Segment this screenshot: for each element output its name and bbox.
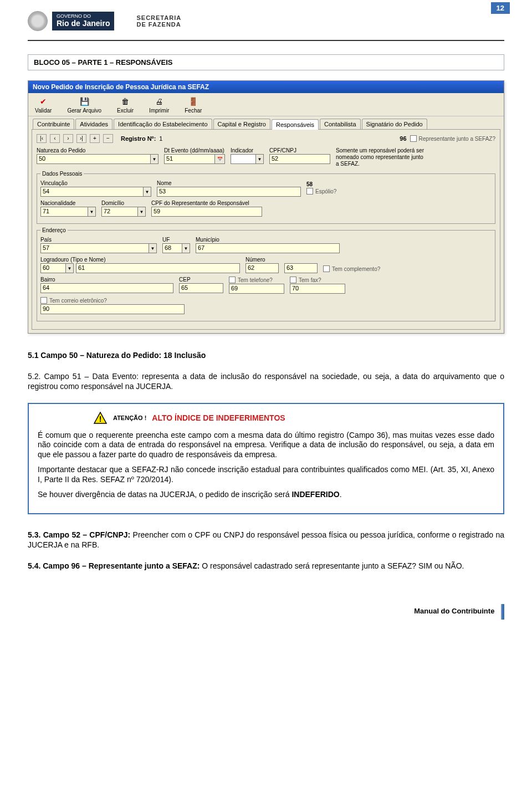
dropdown-icon[interactable]: ▼ — [88, 207, 96, 217]
rep-96-num: 96 — [400, 135, 406, 142]
gov-line2: Rio de Janeiro — [57, 19, 110, 28]
checkbox-icon — [306, 188, 313, 195]
svg-text:!: ! — [99, 415, 102, 423]
imprimir-button[interactable]: 🖨Imprimir — [149, 96, 169, 114]
tab-identificacao[interactable]: Identificação do Estabelecimento — [114, 119, 212, 129]
fax-input[interactable]: 70 — [290, 284, 345, 294]
dtevento-input[interactable]: 51 — [164, 154, 215, 164]
complemento-input[interactable]: 63 — [284, 263, 318, 273]
tem-complemento-label: Tem complemento? — [332, 266, 380, 272]
cpfrep-input[interactable]: 59 — [151, 207, 262, 217]
tab-contabilista[interactable]: Contabilista — [320, 119, 360, 129]
alert-p3: Se houver divergência de datas na JUCERJ… — [38, 490, 494, 500]
domicilio-label: Domicílio — [101, 200, 146, 206]
tem-correio-label: Tem correio eletrônico? — [49, 298, 107, 304]
dropdown-icon[interactable]: ▼ — [138, 207, 146, 217]
dropdown-icon[interactable]: ▼ — [66, 263, 74, 273]
gov-logo: GOVERNO DO Rio de Janeiro — [28, 11, 114, 31]
tab-contribuinte[interactable]: Contribuinte — [33, 119, 74, 129]
validar-label: Validar — [35, 108, 52, 114]
para-52: 5.2. Campo 51 – Data Evento: representa … — [28, 371, 504, 391]
tem-fax-checkbox[interactable]: Tem fax? — [290, 277, 345, 283]
checkbox-icon — [323, 265, 330, 272]
header-divider — [28, 40, 504, 41]
numero-label: Número — [245, 257, 279, 263]
tab-capital[interactable]: Capital e Registro — [213, 119, 270, 129]
bairro-input[interactable]: 64 — [40, 283, 173, 293]
nav-del[interactable]: − — [103, 134, 113, 143]
nacionalidade-input[interactable]: 71 — [40, 207, 88, 217]
fechar-label: Fechar — [185, 108, 202, 114]
gerar-label: Gerar Arquivo — [67, 108, 101, 114]
rep-sefaz-label: Representante junto a SEFAZ? — [419, 136, 495, 142]
tem-correio-checkbox[interactable]: Tem correio eletrônico? — [40, 297, 185, 304]
telefone-input[interactable]: 69 — [229, 284, 284, 294]
calendar-icon[interactable]: 📅 — [215, 154, 225, 164]
espolio-checkbox[interactable]: Espólio? — [306, 188, 336, 195]
nav-prev[interactable]: ‹ — [50, 134, 60, 143]
nome-input[interactable]: 53 — [157, 187, 301, 197]
indicador-input[interactable] — [231, 154, 256, 164]
form-area: |‹ ‹ › ›| + − Registro Nº: 1 96 Represen… — [32, 129, 500, 330]
cep-input[interactable]: 65 — [179, 283, 223, 293]
cpfrep-label: CPF do Representante do Responsável — [151, 200, 262, 206]
validar-button[interactable]: ✔Validar — [35, 96, 52, 114]
tem-fax-label: Tem fax? — [299, 277, 321, 283]
gov-text: GOVERNO DO Rio de Janeiro — [52, 12, 114, 30]
tem-telefone-label: Tem telefone? — [238, 277, 273, 283]
numero-input[interactable]: 62 — [245, 263, 279, 273]
nav-last[interactable]: ›| — [76, 134, 86, 143]
espolio-label: Espólio? — [315, 188, 336, 195]
lograd-nome-input[interactable]: 61 — [76, 263, 240, 273]
check-icon: ✔ — [38, 96, 48, 106]
nav-next[interactable]: › — [63, 134, 73, 143]
dropdown-icon[interactable]: ▼ — [149, 243, 157, 253]
tabs: Contribuinte Atividades Identificação do… — [28, 116, 504, 129]
tem-telefone-checkbox[interactable]: Tem telefone? — [229, 277, 284, 283]
page-number: 12 — [491, 2, 510, 14]
domicilio-input[interactable]: 72 — [101, 207, 138, 217]
natureza-input[interactable]: 50 — [37, 154, 151, 164]
lograd-tipo-input[interactable]: 60 — [40, 263, 66, 273]
endereco-fieldset: Endereço País 57▼ UF 68▼ Município 67 Lo… — [37, 227, 495, 321]
tab-responsaveis[interactable]: Responsáveis — [272, 119, 319, 130]
section-title: BLOCO 05 – PARTE 1 – RESPONSÁVEIS — [28, 54, 504, 70]
pais-input[interactable]: 57 — [40, 243, 149, 253]
espolio-num: 58 — [306, 181, 336, 187]
cep-label: CEP — [179, 277, 223, 283]
dropdown-icon[interactable]: ▼ — [151, 154, 158, 164]
uf-input[interactable]: 68 — [162, 243, 182, 253]
dropdown-icon[interactable]: ▼ — [256, 154, 264, 164]
indicador-label: Indicador — [231, 147, 264, 154]
correio-input[interactable]: 90 — [40, 304, 185, 314]
endereco-legend: Endereço — [40, 227, 68, 233]
door-icon: 🚪 — [188, 96, 198, 106]
tab-atividades[interactable]: Atividades — [75, 119, 112, 129]
bairro-label: Bairro — [40, 277, 173, 283]
tem-complemento-checkbox[interactable]: Tem complemento? — [323, 265, 380, 272]
pais-label: País — [40, 237, 157, 243]
checkbox-icon — [40, 297, 47, 304]
excluir-label: Excluir — [117, 108, 134, 114]
municipio-input[interactable]: 67 — [196, 243, 340, 253]
footer: Manual do Contribuinte — [28, 604, 504, 620]
cpfcnpj-input[interactable]: 52 — [269, 154, 330, 164]
logradouro-label: Logradouro (Tipo e Nome) — [40, 257, 240, 263]
nacionalidade-label: Nacionalidade — [40, 200, 96, 206]
fechar-button[interactable]: 🚪Fechar — [185, 96, 202, 114]
nav-first[interactable]: |‹ — [37, 134, 47, 143]
cpfcnpj-label: CPF/CNPJ — [269, 147, 330, 154]
secretaria: SECRETARIA DE FAZENDA — [136, 14, 181, 28]
nav-add[interactable]: + — [90, 134, 100, 143]
gerar-button[interactable]: 💾Gerar Arquivo — [67, 96, 101, 114]
alert-p1: É comum que o requerente preencha este c… — [38, 431, 494, 460]
dropdown-icon[interactable]: ▼ — [144, 187, 151, 197]
excluir-button[interactable]: 🗑Excluir — [117, 96, 134, 114]
rep-sefaz-checkbox[interactable]: Representante junto a SEFAZ? — [410, 135, 495, 142]
dropdown-icon[interactable]: ▼ — [182, 243, 190, 253]
nome-label: Nome — [157, 180, 301, 186]
dados-legend: Dados Pessoais — [40, 171, 84, 177]
tab-signatario[interactable]: Signatário do Pedido — [362, 119, 427, 129]
vinculacao-input[interactable]: 54 — [40, 187, 144, 197]
trash-icon: 🗑 — [120, 96, 130, 106]
